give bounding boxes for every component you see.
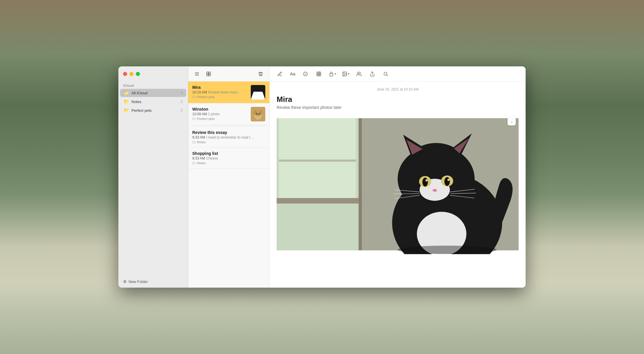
note-title: Winston (192, 107, 248, 111)
new-folder-label: New Folder (129, 279, 148, 284)
app-body: iCloud 📁 All iCloud 4 📁 Notes 2 📁 Perfec… (118, 66, 526, 288)
sidebar-item-name: Notes (131, 100, 178, 104)
notes-list-items: Mira 10:10 AM Review these impo… Perfect… (188, 82, 269, 288)
note-preview: Cheese (206, 156, 218, 160)
note-thumbnail-cat (251, 85, 265, 100)
note-time: 10:09 AM (192, 112, 207, 116)
note-folder-name: Perfect pets (197, 117, 215, 121)
svg-point-53 (447, 179, 450, 181)
note-item-content: Review this essay 9:33 AM I need to reme… (192, 130, 265, 144)
note-item-mira[interactable]: Mira 10:10 AM Review these impo… Perfect… (188, 82, 269, 103)
sidebar-item-count: 4 (181, 91, 183, 95)
note-item-winston[interactable]: Winston 10:09 AM 1 photo Perfect pets (188, 103, 269, 125)
note-thumbnail-dog (251, 107, 265, 121)
svg-point-10 (256, 92, 258, 93)
cat-thumbnail-svg (251, 85, 265, 100)
svg-point-13 (259, 92, 260, 93)
note-preview: I need to remember to read t… (206, 135, 254, 139)
note-item-content: Shopping list 9:33 AM Cheese Notes (192, 151, 265, 165)
icloud-label: iCloud (118, 82, 188, 88)
svg-point-17 (254, 110, 257, 115)
sidebar: iCloud 📁 All iCloud 4 📁 Notes 2 📁 Perfec… (118, 66, 188, 288)
note-folder-name: Notes (197, 161, 206, 165)
notes-list-panel: Mira 10:10 AM Review these impo… Perfect… (188, 66, 270, 288)
chevron-down-icon: ⌄ (510, 120, 513, 123)
svg-point-54 (433, 189, 437, 192)
note-folder: Notes (192, 140, 265, 144)
image-dropdown-button[interactable]: ⌄ (508, 117, 516, 125)
folder-icon: 📁 (124, 108, 129, 113)
svg-point-65 (398, 246, 497, 254)
svg-point-11 (258, 92, 260, 93)
folder-icon (192, 140, 196, 144)
dog-thumbnail-svg (251, 107, 265, 121)
note-folder-name: Notes (197, 140, 206, 144)
sidebar-item-count: 2 (181, 108, 183, 112)
editor-subtitle: Review these important photos later (277, 105, 519, 110)
sidebar-item-name: All iCloud (131, 91, 178, 95)
svg-rect-39 (277, 198, 365, 203)
svg-point-8 (253, 88, 263, 99)
plus-icon: ⊕ (123, 279, 127, 284)
folder-icon (192, 95, 196, 99)
sidebar-item-name: Perfect pets (131, 108, 178, 113)
editor-title: Mira (277, 95, 519, 104)
note-preview: Review these impo… (208, 90, 241, 94)
note-item-content: Mira 10:10 AM Review these impo… Perfect… (192, 85, 248, 99)
note-meta: 9:33 AM I need to remember to read t… (192, 135, 265, 139)
note-item-content: Winston 10:09 AM 1 photo Perfect pets (192, 107, 248, 121)
note-meta: 9:33 AM Cheese (192, 156, 265, 160)
note-time: 9:33 AM (192, 135, 205, 139)
note-title: Mira (192, 85, 248, 90)
cat-photo-svg (277, 114, 519, 254)
note-time: 10:10 AM (192, 90, 207, 94)
folder-icon: 📁 (124, 99, 129, 104)
list-divider (191, 126, 266, 126)
svg-point-50 (422, 178, 428, 186)
minimize-button[interactable] (129, 72, 134, 76)
editor-content[interactable]: June 25, 2021 at 10:10 AM Mira Review th… (270, 82, 526, 288)
sidebar-item-notes[interactable]: 📁 Notes 2 (120, 98, 186, 106)
svg-point-9 (255, 92, 261, 97)
note-meta: 10:10 AM Review these impo… (192, 90, 248, 94)
svg-line-56 (394, 194, 420, 194)
note-folder-name: Perfect pets (197, 95, 215, 99)
svg-point-52 (425, 179, 428, 182)
sidebar-item-perfect-pets[interactable]: 📁 Perfect pets 2 (120, 106, 186, 114)
note-item-shopping-list[interactable]: Shopping list 9:33 AM Cheese Notes (188, 148, 269, 169)
sidebar-item-count: 2 (181, 100, 183, 104)
note-time: 9:33 AM (192, 156, 205, 160)
editor-date: June 25, 2021 at 10:10 AM (277, 87, 519, 91)
note-folder: Notes (192, 161, 265, 165)
svg-rect-40 (359, 118, 362, 250)
note-title: Shopping list (192, 151, 265, 156)
svg-point-12 (257, 92, 257, 93)
svg-rect-7 (251, 85, 265, 100)
maximize-button[interactable] (136, 72, 140, 76)
note-folder: Perfect pets (192, 95, 248, 99)
sidebar-item-all-icloud[interactable]: 📁 All iCloud 4 (120, 89, 186, 97)
note-folder: Perfect pets (192, 117, 248, 121)
note-item-review-essay[interactable]: Review this essay 9:33 AM I need to reme… (188, 127, 269, 148)
svg-point-51 (444, 177, 450, 186)
svg-rect-41 (279, 160, 356, 162)
folder-icon: 📁 (124, 90, 129, 95)
folder-icon (192, 161, 196, 165)
title-bar (118, 66, 526, 82)
traffic-lights (123, 72, 140, 76)
new-folder-button[interactable]: ⊕ New Folder (118, 275, 188, 288)
folder-icon (192, 117, 196, 121)
app-window: iCloud 📁 All iCloud 4 📁 Notes 2 📁 Perfec… (118, 66, 526, 288)
note-meta: 10:09 AM 1 photo (192, 112, 248, 116)
note-preview: 1 photo (208, 112, 220, 116)
svg-point-18 (259, 110, 262, 115)
svg-point-19 (256, 113, 257, 114)
editor-image-container: ⌄ (277, 114, 519, 254)
note-editor: Aa (270, 66, 526, 288)
close-button[interactable] (123, 72, 127, 76)
svg-point-20 (259, 113, 260, 114)
note-title: Review this essay (192, 130, 265, 135)
svg-point-21 (257, 114, 259, 116)
